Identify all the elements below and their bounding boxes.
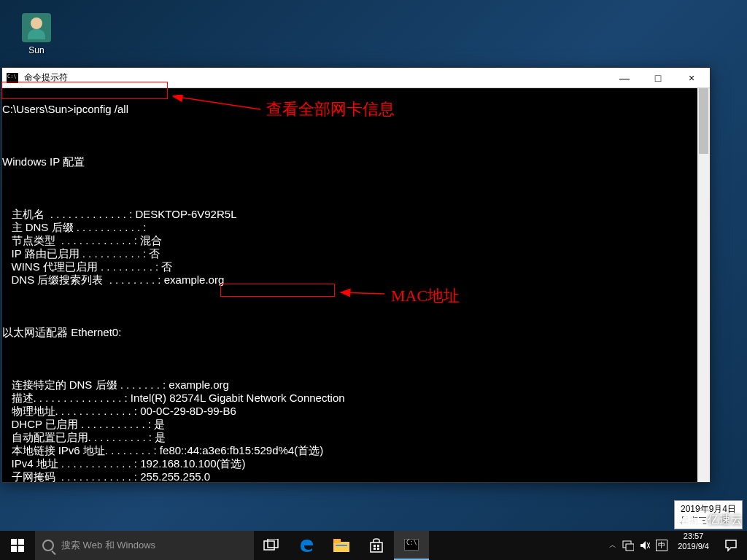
scrollbar[interactable]	[697, 88, 710, 482]
notification-icon	[724, 539, 738, 552]
maximize-button[interactable]: □	[641, 68, 675, 88]
network-icon[interactable]	[622, 540, 634, 551]
config-label: DHCP 已启用 . . . . . . . . . . . :	[2, 418, 151, 430]
config-value: 否	[146, 247, 160, 260]
config-label: 子网掩码 . . . . . . . . . . . . :	[2, 470, 137, 482]
clock-date: 2019/9/4	[678, 541, 709, 551]
user-icon	[22, 13, 51, 42]
config-value: fe80::44:a3e6:fb15:529d%4(首选)	[157, 444, 324, 456]
edge-icon	[298, 537, 314, 553]
config-row: 自动配置已启用. . . . . . . . . . : 是	[2, 431, 710, 444]
svg-rect-7	[268, 539, 278, 548]
config-label: 本地链接 IPv6 地址. . . . . . . . :	[2, 444, 157, 456]
config-row: DHCP 已启用 . . . . . . . . . . . : 是	[2, 418, 710, 431]
svg-rect-8	[333, 542, 349, 552]
config-label: 主机名 . . . . . . . . . . . . . :	[2, 208, 132, 220]
system-tray[interactable]: ︿ 中	[605, 531, 672, 560]
store-button[interactable]	[359, 531, 394, 560]
close-button[interactable]: ×	[675, 68, 708, 88]
store-icon	[369, 538, 384, 553]
cmd-window: 命令提示符 — □ × C:\Users\Sun>ipconfig /all W…	[1, 67, 711, 483]
config-row: WINS 代理已启用 . . . . . . . . . : 否	[2, 260, 710, 273]
config-row: IP 路由已启用 . . . . . . . . . . : 否	[2, 247, 710, 260]
clock-time: 23:57	[678, 531, 709, 541]
config-label: 物理地址. . . . . . . . . . . . . :	[2, 405, 137, 417]
cmd-body[interactable]: C:\Users\Sun>ipconfig /all Windows IP 配置…	[2, 88, 710, 482]
cmd-command: ipconfig /all	[74, 103, 128, 115]
config-label: 描述. . . . . . . . . . . . . . . :	[2, 392, 128, 404]
config-label: IPv4 地址 . . . . . . . . . . . . :	[2, 457, 137, 470]
config-value: 255.255.255.0	[137, 470, 210, 482]
cmd-icon	[7, 73, 18, 83]
config-row: 本地链接 IPv6 地址. . . . . . . . : fe80::44:a…	[2, 444, 710, 457]
config-value: 是	[152, 431, 166, 443]
config-row: 主机名 . . . . . . . . . . . . . : DESKTOP-…	[2, 208, 710, 221]
config-row: IPv4 地址 . . . . . . . . . . . . : 192.16…	[2, 457, 710, 470]
search-placeholder: 搜索 Web 和 Windows	[61, 539, 155, 552]
svg-rect-15	[377, 548, 379, 550]
watermark-text: 亿速云	[708, 513, 743, 528]
folder-icon	[333, 539, 349, 552]
start-button[interactable]	[0, 531, 35, 560]
titlebar[interactable]: 命令提示符 — □ ×	[2, 68, 710, 88]
svg-rect-13	[377, 545, 379, 547]
tray-chevron-icon[interactable]: ︿	[609, 540, 616, 551]
taskbar-clock[interactable]: 23:57 2019/9/4	[672, 531, 715, 560]
cloud-icon	[681, 513, 703, 528]
watermark: 亿速云	[681, 513, 743, 528]
svg-rect-10	[336, 545, 347, 546]
svg-rect-3	[18, 539, 24, 545]
config-row: 连接特定的 DNS 后缀 . . . . . . . : example.org	[2, 378, 710, 392]
config-row: 描述. . . . . . . . . . . . . . . : Intel(…	[2, 392, 710, 405]
config-row: DNS 后缀搜索列表 . . . . . . . . : example.org	[2, 273, 710, 287]
config-value: 否	[158, 260, 172, 273]
task-view-button[interactable]	[254, 531, 289, 560]
adapter-heading: 以太网适配器 Ethernet0:	[2, 326, 710, 339]
task-view-icon	[263, 539, 279, 552]
config-label: 主 DNS 后缀 . . . . . . . . . . . :	[2, 221, 147, 233]
config-row: 子网掩码 . . . . . . . . . . . . : 255.255.2…	[2, 470, 710, 482]
config-label: 自动配置已启用. . . . . . . . . . :	[2, 431, 152, 443]
svg-rect-5	[18, 546, 24, 552]
edge-button[interactable]	[289, 531, 324, 560]
config-label: 节点类型 . . . . . . . . . . . . :	[2, 234, 137, 246]
cmd-heading: Windows IP 配置	[2, 155, 710, 168]
search-box[interactable]: 搜索 Web 和 Windows	[35, 531, 254, 560]
config-row: 主 DNS 后缀 . . . . . . . . . . . :	[2, 221, 710, 234]
minimize-button[interactable]: —	[608, 68, 641, 88]
scrollbar-thumb[interactable]	[699, 88, 708, 154]
config-label: DNS 后缀搜索列表 . . . . . . . . :	[2, 273, 161, 286]
volume-icon[interactable]	[640, 540, 650, 551]
explorer-button[interactable]	[324, 531, 359, 560]
config-value: example.org	[166, 378, 229, 391]
config-label: 连接特定的 DNS 后缀 . . . . . . . :	[2, 378, 166, 391]
config-row: 物理地址. . . . . . . . . . . . . : 00-0C-29…	[2, 405, 710, 418]
config-label: IP 路由已启用 . . . . . . . . . . :	[2, 247, 146, 260]
taskbar: 搜索 Web 和 Windows C:\ ︿ 中 23:57 2019/9/4	[0, 531, 747, 560]
svg-rect-14	[374, 548, 376, 550]
action-center-button[interactable]	[715, 531, 747, 560]
window-title: 命令提示符	[24, 71, 608, 84]
ime-icon[interactable]: 中	[656, 540, 667, 551]
svg-rect-9	[333, 539, 341, 543]
config-value: 00-0C-29-8D-99-B6	[137, 405, 236, 417]
config-label: WINS 代理已启用 . . . . . . . . . :	[2, 260, 158, 273]
config-value: 混合	[137, 234, 162, 246]
cmd-taskbar-icon: C:\	[404, 539, 419, 551]
cmd-taskbar-button[interactable]: C:\	[394, 531, 429, 560]
config-value: 是	[151, 418, 165, 430]
desktop-icon-sun[interactable]: Sun	[15, 13, 58, 55]
desktop-icon-label: Sun	[28, 45, 44, 55]
config-value: DESKTOP-6V92R5L	[132, 208, 236, 220]
svg-rect-6	[264, 541, 274, 550]
search-icon	[42, 540, 54, 551]
config-value: Intel(R) 82574L Gigabit Network Connecti…	[128, 392, 345, 404]
cmd-prompt: C:\Users\Sun>	[2, 103, 74, 115]
svg-rect-17	[626, 544, 634, 551]
svg-rect-12	[374, 545, 376, 547]
svg-rect-2	[11, 539, 17, 545]
windows-icon	[11, 539, 24, 552]
config-row: 节点类型 . . . . . . . . . . . . : 混合	[2, 234, 710, 247]
svg-rect-11	[371, 542, 382, 552]
config-value: example.org	[161, 273, 225, 286]
